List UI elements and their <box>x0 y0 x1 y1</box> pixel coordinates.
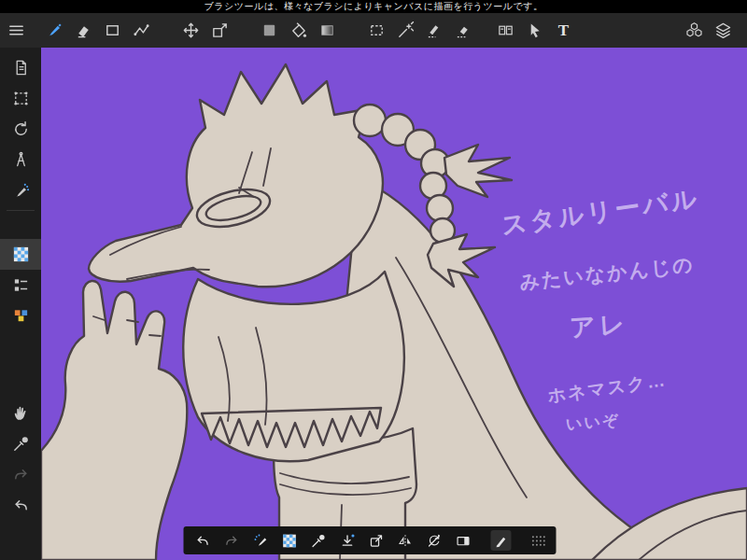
flip-horizontal-icon <box>397 533 413 549</box>
transform-icon <box>211 21 229 39</box>
airbrush-button[interactable] <box>0 175 41 206</box>
drag-dots-icon <box>529 533 545 549</box>
select-eraser-button[interactable] <box>449 15 478 47</box>
hand-icon <box>12 404 30 422</box>
pen-mode-button[interactable] <box>491 530 512 551</box>
panels-icon <box>497 21 514 39</box>
material-cubes-icon <box>685 21 703 39</box>
page-icon <box>12 59 30 77</box>
redo-icon <box>223 533 239 549</box>
rotate-disabled-icon <box>426 533 442 549</box>
hand-tool-button[interactable] <box>0 398 41 428</box>
gradient-icon <box>318 21 336 39</box>
brush-spray-button[interactable] <box>250 530 271 551</box>
redo-button-bottom[interactable] <box>221 530 242 551</box>
brush-tool-button[interactable] <box>40 15 69 47</box>
eyedropper-icon <box>12 435 30 453</box>
paint-bucket-button[interactable] <box>284 15 313 47</box>
canvas-annotation: アレ <box>569 307 630 344</box>
rotate-reset-button[interactable] <box>424 530 444 551</box>
palette-button[interactable] <box>0 301 41 331</box>
toolbar-drag-handle[interactable] <box>528 530 548 551</box>
marquee-select-icon <box>368 21 386 39</box>
magic-wand-button[interactable] <box>391 15 420 47</box>
flip-horizontal-button[interactable] <box>395 530 416 551</box>
cursor-icon <box>526 21 543 39</box>
brush-icon <box>46 21 63 39</box>
palette-icon <box>12 307 30 325</box>
tool-hint-text: ブラシツールは、様々なブラシによりキャンバスに描画を行うツールです。 <box>204 1 543 11</box>
eraser-icon <box>75 21 92 39</box>
paint-bucket-icon <box>289 21 307 39</box>
select-area-icon <box>12 90 30 107</box>
polyline-icon <box>133 21 150 39</box>
split-view-icon <box>455 533 471 549</box>
undo-button-bottom[interactable] <box>192 530 213 551</box>
tool-hint-bar: ブラシツールは、様々なブラシによりキャンバスに描画を行うツールです。 <box>0 0 747 13</box>
eyedropper-button-bottom[interactable] <box>308 530 329 551</box>
text-tool-icon: T <box>558 21 569 40</box>
cursor-tool-button[interactable] <box>520 15 549 47</box>
compass-divider-icon <box>12 151 30 169</box>
polyline-tool-button[interactable] <box>127 15 156 47</box>
layers-icon <box>714 21 732 39</box>
materials-button[interactable] <box>680 15 709 47</box>
text-tool-button[interactable]: T <box>549 15 578 47</box>
rotate-view-icon <box>12 120 30 138</box>
fill-square-icon <box>261 21 278 39</box>
hamburger-menu-icon <box>7 21 25 39</box>
main-toolbar: T <box>0 13 747 48</box>
bottom-toolbar <box>184 526 557 554</box>
pattern-swatch-button-bottom[interactable] <box>279 530 300 551</box>
select-area-button[interactable] <box>0 83 41 114</box>
rectangle-tool-button[interactable] <box>98 15 127 47</box>
redo-icon <box>12 466 30 483</box>
brush-spray-icon <box>252 533 268 549</box>
select-pen-button[interactable] <box>420 15 449 47</box>
magic-wand-icon <box>397 21 415 39</box>
panels-button[interactable] <box>491 15 520 47</box>
layer-list-icon <box>12 276 30 294</box>
canvas-artwork <box>41 48 747 560</box>
airbrush-icon <box>12 182 30 200</box>
undo-icon <box>12 497 30 514</box>
pen-icon <box>493 533 509 549</box>
split-view-button[interactable] <box>453 530 473 551</box>
select-marquee-button[interactable] <box>362 15 391 47</box>
export-icon <box>368 533 384 549</box>
undo-button[interactable] <box>0 490 41 521</box>
menu-button[interactable] <box>2 15 31 47</box>
eyedropper-button[interactable] <box>0 428 41 459</box>
select-eraser-icon <box>455 21 472 39</box>
paint-app-window: ブラシツールは、様々なブラシによりキャンバスに描画を行うツールです。 T <box>0 0 747 560</box>
save-button[interactable] <box>337 530 358 551</box>
page-panel-button[interactable] <box>0 52 41 83</box>
checker-pattern-icon <box>281 533 297 549</box>
left-sidebar <box>0 48 41 560</box>
select-pen-icon <box>426 21 444 39</box>
divider-tool-button[interactable] <box>0 145 41 175</box>
fill-color-button[interactable] <box>255 15 284 47</box>
rectangle-icon <box>104 21 121 39</box>
pattern-swatch-button[interactable] <box>0 239 41 270</box>
save-download-icon <box>339 533 355 549</box>
eyedropper-icon <box>310 533 326 549</box>
undo-icon <box>194 533 210 549</box>
move-tool-button[interactable] <box>176 15 205 47</box>
move-icon <box>182 21 200 39</box>
sidebar-divider <box>7 210 35 211</box>
layers-button[interactable] <box>709 15 738 47</box>
drawing-canvas[interactable]: スタルリーバル みたいなかんじの アレ ホネマスク… いいぞ <box>41 48 747 560</box>
eraser-tool-button[interactable] <box>69 15 98 47</box>
gradient-tool-button[interactable] <box>313 15 342 47</box>
redo-button[interactable] <box>0 459 41 490</box>
export-button[interactable] <box>366 530 387 551</box>
transform-tool-button[interactable] <box>205 15 234 47</box>
checker-pattern-icon <box>12 245 30 263</box>
rotate-view-button[interactable] <box>0 114 41 145</box>
layer-list-button[interactable] <box>0 270 41 301</box>
